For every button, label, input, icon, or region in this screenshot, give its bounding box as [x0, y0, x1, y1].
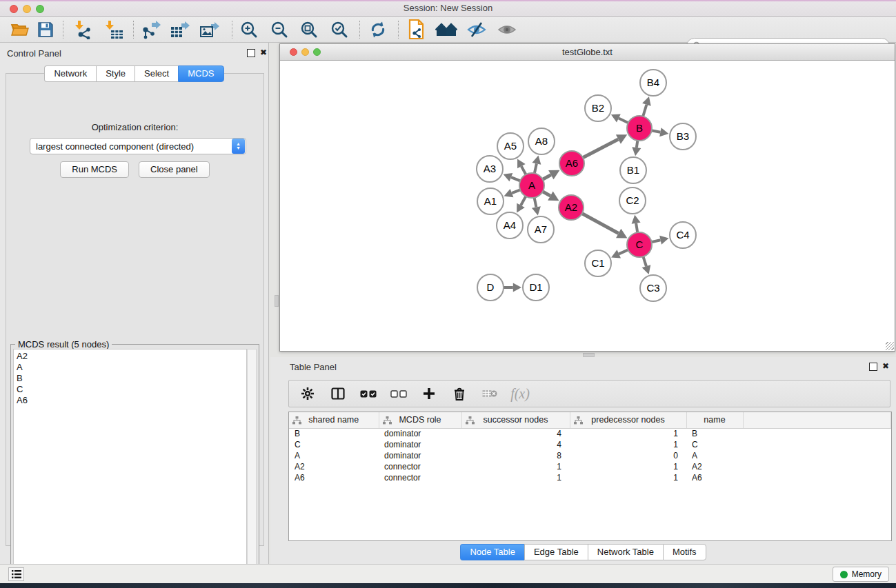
table-row[interactable]: Cdominator41C — [289, 439, 891, 450]
result-list-item[interactable]: A6 — [17, 395, 243, 406]
column-header-predecessor-nodes[interactable]: predecessor nodes — [570, 412, 686, 428]
table-cell[interactable]: A2 — [686, 461, 743, 472]
graph-node-B4[interactable]: B4 — [640, 70, 666, 96]
table-cell[interactable]: 0 — [570, 450, 686, 461]
task-history-button[interactable] — [8, 567, 24, 581]
zoom-out-button[interactable] — [268, 19, 291, 40]
save-session-button[interactable] — [34, 19, 57, 40]
graph-node-B[interactable]: B — [627, 116, 652, 141]
graph-node-C2[interactable]: C2 — [619, 187, 646, 214]
graph-node-A[interactable]: A — [519, 173, 544, 198]
resize-grip[interactable] — [886, 342, 894, 350]
desktop-vertical-scroll-sliver[interactable] — [275, 295, 279, 307]
table-header-row[interactable]: shared name MCDS role successor nodes pr… — [289, 412, 891, 428]
tab-mcds[interactable]: MCDS — [178, 65, 223, 82]
close-table-panel-button[interactable]: ✖ — [882, 363, 890, 371]
table-cell[interactable]: connector — [379, 461, 461, 472]
table-cell[interactable]: 1 — [570, 439, 686, 450]
show-all-button[interactable] — [495, 19, 519, 40]
optimization-criterion-dropdown[interactable]: largest connected component (directed) ▲… — [30, 138, 246, 154]
result-list-item[interactable]: C — [17, 384, 243, 395]
table-cell[interactable]: B — [289, 428, 379, 439]
table-settings-button[interactable] — [299, 385, 317, 403]
toggle-columns-button[interactable] — [329, 385, 347, 403]
result-list-item[interactable]: A — [17, 362, 243, 373]
add-column-button[interactable] — [420, 385, 438, 403]
graph-node-D1[interactable]: D1 — [523, 274, 549, 301]
table-cell[interactable]: 8 — [461, 450, 570, 461]
graph-node-A5[interactable]: A5 — [497, 133, 524, 159]
table-cell[interactable]: A2 — [289, 461, 379, 472]
hide-selected-button[interactable] — [465, 19, 488, 40]
graph-node-A2[interactable]: A2 — [559, 195, 584, 220]
table-cell[interactable]: dominator — [379, 439, 461, 450]
tab-style[interactable]: Style — [96, 65, 135, 82]
table-row[interactable]: A6connector11A6 — [289, 472, 891, 483]
table-cell[interactable]: A6 — [289, 472, 379, 483]
zoom-selected-button[interactable] — [328, 19, 351, 40]
graph-node-A7[interactable]: A7 — [528, 216, 554, 243]
table-cell[interactable]: A — [686, 450, 743, 461]
table-cell[interactable]: 1 — [461, 472, 570, 483]
graph-node-A8[interactable]: A8 — [528, 128, 555, 154]
network-graph[interactable]: AA1A2A3A4A5A6A7A8BB1B2B3B4CC1C2C3C4DD1 — [280, 61, 895, 351]
table-cell[interactable]: A6 — [686, 472, 743, 483]
function-builder-button[interactable]: f(x) — [511, 385, 529, 403]
graph-node-C1[interactable]: C1 — [585, 250, 611, 276]
table-cell[interactable]: B — [686, 428, 743, 439]
graph-node-C3[interactable]: C3 — [640, 275, 666, 301]
delete-columns-button[interactable] — [450, 385, 468, 403]
result-list-scrollbar[interactable] — [247, 349, 257, 576]
float-table-panel-button[interactable] — [869, 363, 877, 371]
open-session-button[interactable] — [8, 19, 32, 40]
table-cell[interactable]: 4 — [461, 439, 570, 450]
column-header-successor-nodes[interactable]: successor nodes — [461, 412, 570, 428]
table-body[interactable]: Bdominator41BCdominator41CAdominator80AA… — [289, 428, 891, 483]
column-header-name[interactable]: name — [686, 412, 743, 428]
export-network-button[interactable] — [139, 19, 163, 40]
graph-node-A6[interactable]: A6 — [559, 151, 584, 176]
graph-node-B1[interactable]: B1 — [620, 157, 646, 183]
column-header-MCDS-role[interactable]: MCDS role — [379, 412, 461, 428]
delete-table-button[interactable] — [481, 385, 499, 403]
graph-node-A3[interactable]: A3 — [477, 156, 503, 182]
close-panel-x-button[interactable]: ✖ — [259, 49, 268, 57]
tab-network-table[interactable]: Network Table — [588, 544, 663, 560]
graph-node-A1[interactable]: A1 — [477, 188, 504, 214]
zoom-fit-button[interactable] — [297, 19, 321, 40]
node-table[interactable]: shared name MCDS role successor nodes pr… — [289, 412, 891, 483]
table-cell[interactable]: dominator — [379, 428, 461, 439]
table-cell[interactable]: 1 — [461, 461, 570, 472]
table-cell[interactable]: C — [686, 439, 743, 450]
table-row[interactable]: Bdominator41B — [289, 428, 891, 439]
table-cell[interactable]: 1 — [570, 472, 686, 483]
import-network-button[interactable] — [71, 19, 94, 40]
table-cell[interactable]: 1 — [570, 461, 686, 472]
close-panel-button[interactable]: Close panel — [139, 161, 210, 178]
table-cell[interactable]: C — [289, 439, 379, 450]
new-network-from-selection-button[interactable] — [406, 19, 429, 40]
import-table-button[interactable] — [103, 19, 126, 40]
table-row[interactable]: A2connector11A2 — [289, 461, 891, 472]
table-row[interactable]: Adominator80A — [289, 450, 891, 461]
graph-node-D[interactable]: D — [477, 274, 504, 301]
apply-layout-button[interactable] — [366, 19, 390, 40]
tab-motifs[interactable]: Motifs — [663, 544, 706, 560]
memory-button[interactable]: Memory — [833, 567, 889, 582]
table-cell[interactable]: connector — [379, 472, 461, 483]
graph-node-B3[interactable]: B3 — [670, 123, 696, 150]
export-image-button[interactable] — [198, 19, 221, 40]
table-cell[interactable]: 4 — [461, 428, 570, 439]
result-list-item[interactable]: B — [17, 373, 243, 384]
tab-select[interactable]: Select — [135, 65, 178, 82]
run-mcds-button[interactable]: Run MCDS — [60, 161, 129, 178]
table-cell[interactable]: 1 — [570, 428, 686, 439]
column-header-shared-name[interactable]: shared name — [289, 412, 379, 428]
graph-node-C[interactable]: C — [627, 232, 652, 257]
float-panel-button[interactable] — [247, 49, 255, 57]
export-table-button[interactable] — [168, 19, 192, 40]
graph-node-B2[interactable]: B2 — [585, 95, 611, 121]
table-cell[interactable]: dominator — [379, 450, 461, 461]
table-cell[interactable]: A — [289, 450, 379, 461]
graph-node-A4[interactable]: A4 — [497, 212, 523, 239]
